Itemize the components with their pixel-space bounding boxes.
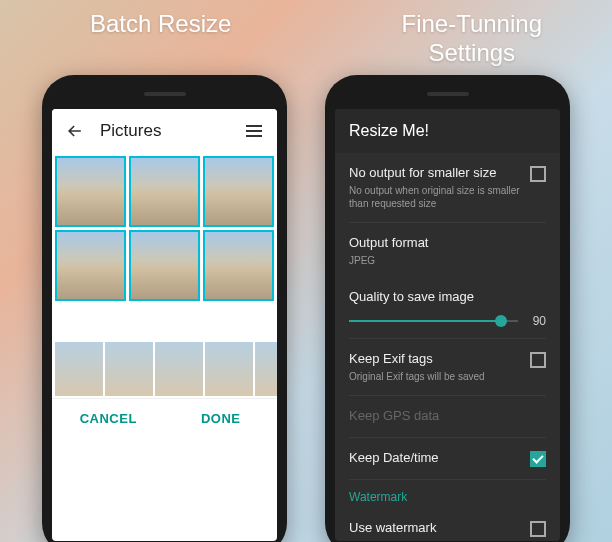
- settings-list[interactable]: No output for smaller size No output whe…: [335, 153, 560, 541]
- section-watermark: Watermark: [349, 480, 546, 508]
- setting-sub: No output when original size is smaller …: [349, 184, 520, 210]
- menu-icon[interactable]: [243, 120, 265, 142]
- checkbox-icon[interactable]: [530, 451, 546, 467]
- checkbox-icon[interactable]: [530, 166, 546, 182]
- cancel-button[interactable]: CANCEL: [52, 399, 165, 438]
- photo-thumb[interactable]: [55, 156, 126, 227]
- setting-keep-exif[interactable]: Keep Exif tags Original Exif tags will b…: [349, 339, 546, 396]
- setting-label: No output for smaller size: [349, 165, 520, 182]
- phone-left: Pictures CANCEL DONE: [42, 75, 287, 542]
- photo-thumb[interactable]: [129, 230, 200, 301]
- checkbox-icon[interactable]: [530, 352, 546, 368]
- promo-title-left: Batch Resize: [90, 10, 231, 68]
- phone-right: Resize Me! No output for smaller size No…: [325, 75, 570, 542]
- setting-output-format[interactable]: Output format JPEG: [349, 223, 546, 279]
- slider-knob-icon[interactable]: [495, 315, 507, 327]
- photo-thumb[interactable]: [203, 156, 274, 227]
- setting-label: Use watermark: [349, 520, 520, 537]
- quality-value: 90: [526, 314, 546, 328]
- photo-thumb[interactable]: [55, 230, 126, 301]
- photo-thumb[interactable]: [203, 230, 274, 301]
- quality-slider[interactable]: [349, 320, 518, 322]
- strip-thumb[interactable]: [205, 342, 253, 396]
- setting-label: Keep Exif tags: [349, 351, 520, 368]
- setting-keep-datetime[interactable]: Keep Date/time: [349, 438, 546, 480]
- toolbar: Pictures: [52, 109, 277, 153]
- setting-label: Quality to save image: [349, 289, 546, 304]
- strip-thumb[interactable]: [105, 342, 153, 396]
- setting-keep-gps: Keep GPS data: [349, 396, 546, 438]
- strip-thumb[interactable]: [155, 342, 203, 396]
- setting-label: Output format: [349, 235, 546, 252]
- page-title: Pictures: [100, 121, 243, 141]
- done-button[interactable]: DONE: [165, 399, 278, 438]
- back-arrow-icon[interactable]: [64, 120, 86, 142]
- photo-grid: [52, 153, 277, 304]
- selection-strip[interactable]: [52, 340, 277, 398]
- setting-label: Keep Date/time: [349, 450, 520, 467]
- checkbox-icon[interactable]: [530, 521, 546, 537]
- photo-thumb[interactable]: [129, 156, 200, 227]
- setting-no-output-smaller[interactable]: No output for smaller size No output whe…: [349, 153, 546, 223]
- setting-use-watermark[interactable]: Use watermark: [349, 508, 546, 541]
- strip-thumb[interactable]: [255, 342, 277, 396]
- setting-sub: JPEG: [349, 254, 546, 267]
- app-title-bar: Resize Me!: [335, 109, 560, 153]
- strip-thumb[interactable]: [55, 342, 103, 396]
- setting-quality[interactable]: Quality to save image 90: [349, 279, 546, 339]
- setting-label: Keep GPS data: [349, 408, 546, 425]
- setting-sub: Original Exif tags will be saved: [349, 370, 520, 383]
- promo-title-right: Fine-Tunning Settings: [401, 10, 542, 68]
